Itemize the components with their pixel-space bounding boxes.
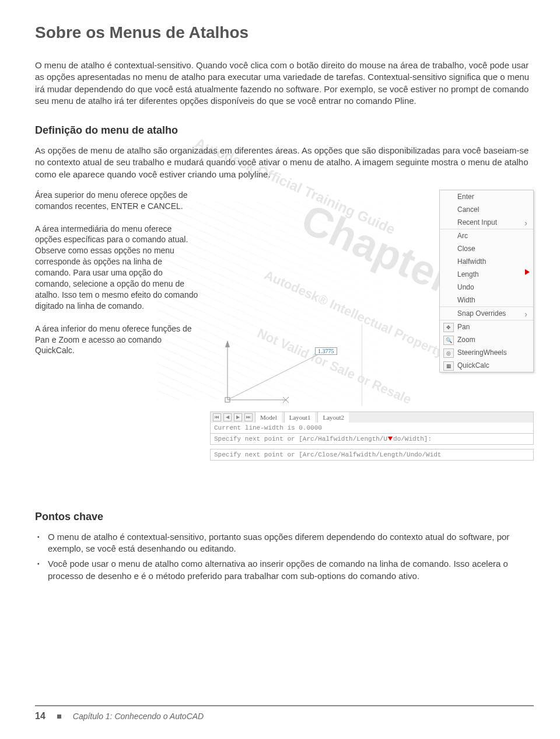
tab-nav-prev-icon[interactable]: ◀ bbox=[223, 413, 232, 421]
command-line-2a: Specify next point or [Arc/Halfwidth/Len… bbox=[214, 435, 387, 442]
zoom-icon: 🔍 bbox=[443, 336, 454, 345]
command-line-2: Specify next point or [Arc/Halfwidth/Len… bbox=[210, 434, 534, 445]
steering-icon: ◎ bbox=[443, 348, 454, 358]
section-heading-keypoints: Pontos chave bbox=[35, 511, 534, 523]
chapter-title: Capítulo 1: Conhecendo o AutoCAD bbox=[73, 712, 204, 721]
tab-nav-last-icon[interactable]: ⏭ bbox=[244, 413, 253, 421]
command-line-2b: do/Width]: bbox=[393, 435, 432, 442]
menu-item-recent-input[interactable]: Recent Input bbox=[440, 216, 533, 229]
calc-icon: ▦ bbox=[443, 361, 454, 371]
left-para-1: Área superior do menu oferece opções de … bbox=[35, 190, 198, 212]
menu-item-length[interactable]: Length bbox=[440, 268, 533, 281]
two-column-area: Área superior do menu oferece opções de … bbox=[35, 190, 534, 423]
tab-layout2[interactable]: Layout2 bbox=[317, 412, 349, 423]
menu-item-close[interactable]: Close bbox=[440, 242, 533, 255]
menu-item-length-label: Length bbox=[457, 270, 479, 278]
menu-item-pan[interactable]: ✥Pan bbox=[440, 320, 533, 333]
dynamic-input-badge: 1.3775 bbox=[315, 347, 337, 355]
page-title: Sobre os Menus de Atalhos bbox=[35, 23, 534, 42]
left-text-column: Área superior do menu oferece opções de … bbox=[35, 190, 198, 368]
intro-paragraph: O menu de atalho é contextual-sensitivo.… bbox=[35, 60, 534, 107]
tab-nav-first-icon[interactable]: ⏮ bbox=[213, 413, 221, 421]
menu-item-undo[interactable]: Undo bbox=[440, 281, 533, 294]
key-point-2: Você pode usar o menu de atalho como alt… bbox=[35, 558, 534, 582]
left-para-3: A área inferior do menu oferece funções … bbox=[35, 323, 198, 357]
svg-line-6 bbox=[228, 347, 332, 400]
drawing-area: 1.3775 bbox=[204, 324, 362, 406]
screenshot-figure: Autodesk Official Training Guide Chapter… bbox=[210, 190, 534, 423]
page-footer: 14 Capítulo 1: Conhecendo o AutoCAD bbox=[35, 705, 534, 721]
menu-item-arc[interactable]: Arc bbox=[440, 229, 533, 242]
menu-item-width[interactable]: Width bbox=[440, 294, 533, 306]
menu-item-enter[interactable]: Enter bbox=[440, 190, 533, 203]
command-line-3[interactable]: Specify next point or [Arc/Close/Halfwid… bbox=[210, 449, 534, 461]
menu-item-pan-label: Pan bbox=[457, 323, 470, 331]
tab-model[interactable]: Model bbox=[255, 412, 282, 423]
key-point-1: O menu de atalho é contextual-sensitivo,… bbox=[35, 531, 534, 555]
menu-item-snap-overrides[interactable]: Snap Overrides bbox=[440, 307, 533, 320]
tab-layout1[interactable]: Layout1 bbox=[284, 412, 316, 423]
key-points-list: O menu de atalho é contextual-sensitivo,… bbox=[35, 531, 534, 582]
context-menu: Enter Cancel Recent Input Arc Close Half… bbox=[439, 190, 534, 372]
tab-nav-next-icon[interactable]: ▶ bbox=[234, 413, 242, 421]
section-heading-definition: Definição do menu de atalho bbox=[35, 124, 534, 137]
pan-icon: ✥ bbox=[443, 323, 454, 332]
red-caret-icon bbox=[388, 437, 393, 441]
menu-item-cancel[interactable]: Cancel bbox=[440, 203, 533, 216]
menu-item-halfwidth[interactable]: Halfwidth bbox=[440, 255, 533, 268]
footer-bullet-icon bbox=[57, 714, 61, 719]
menu-item-zoom-label: Zoom bbox=[457, 336, 475, 344]
layout-tabs-bar: ⏮ ◀ ▶ ⏭ Model Layout1 Layout2 bbox=[210, 412, 534, 423]
svg-marker-1 bbox=[225, 340, 230, 347]
left-para-2: A área intermediária do menu oferece opç… bbox=[35, 224, 198, 312]
command-line-1: Current line-width is 0.0000 bbox=[210, 423, 534, 434]
red-arrow-icon bbox=[525, 269, 530, 275]
menu-item-steering-wheels[interactable]: ◎SteeringWheels bbox=[440, 346, 533, 359]
menu-item-quickcalc-label: QuickCalc bbox=[457, 361, 489, 370]
page-number: 14 bbox=[35, 711, 46, 721]
polyline-sketch bbox=[204, 324, 362, 406]
menu-item-quickcalc[interactable]: ▦QuickCalc bbox=[440, 359, 533, 372]
menu-item-steering-label: SteeringWheels bbox=[457, 348, 507, 357]
section-paragraph: As opções de menu de atalho são organiza… bbox=[35, 145, 534, 180]
watermark-chapter: Chapter bbox=[295, 194, 459, 303]
menu-item-zoom[interactable]: 🔍Zoom bbox=[440, 333, 533, 346]
